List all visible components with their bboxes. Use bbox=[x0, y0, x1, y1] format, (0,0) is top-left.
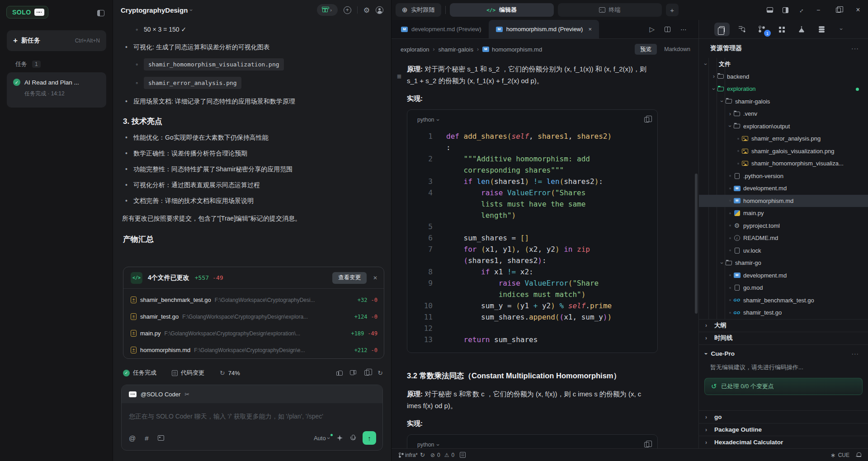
tree-item-backend[interactable]: › backend bbox=[699, 71, 868, 83]
notifications-bell-icon[interactable] bbox=[856, 452, 861, 458]
cue-status[interactable]: ∗CUE bbox=[830, 452, 849, 459]
microphone-icon[interactable] bbox=[350, 435, 355, 441]
code-language-selector[interactable]: python› bbox=[417, 442, 439, 448]
artifact-chip[interactable]: shamir_homomorphism_visualization.png bbox=[144, 58, 284, 71]
cuepro-progress-banner[interactable]: ↺ 已处理 0/0 个变更点 bbox=[704, 378, 863, 395]
changed-file-row[interactable]: ± shamir_test.go F:\GolangWorkspace\Cryp… bbox=[131, 308, 377, 325]
tree-item-homomorphism.md[interactable]: M homomorphism.md bbox=[699, 195, 868, 207]
artifact-chip[interactable]: shamir_error_analysis.png bbox=[144, 77, 241, 89]
chevron-down-icon[interactable]: › bbox=[188, 9, 195, 11]
tree-item-shamir-go[interactable]: › shamir-go bbox=[699, 257, 868, 269]
more-actions-icon[interactable]: ⋯ bbox=[680, 26, 687, 33]
tree-item-go.mod[interactable]: go.mod bbox=[699, 282, 868, 294]
tree-item-shamir-error-analysis.png[interactable]: shamir_error_analysis.png bbox=[699, 132, 868, 145]
run-preview-icon[interactable]: ▷ bbox=[649, 25, 655, 33]
tree-item-.venv[interactable]: › .venv bbox=[699, 108, 868, 120]
problems-status[interactable]: ⊘0⚠0 bbox=[430, 452, 454, 458]
source-control-icon[interactable]: 1 bbox=[754, 23, 769, 36]
section-go[interactable]: ›go bbox=[699, 410, 868, 423]
tree-item-README.md[interactable]: i README.md bbox=[699, 232, 868, 245]
section-package-outline[interactable]: ›Package Outline bbox=[699, 423, 868, 436]
hashtag-icon[interactable]: # bbox=[145, 434, 148, 442]
mention-icon[interactable]: @ bbox=[129, 434, 136, 442]
code-language-selector[interactable]: python› bbox=[417, 117, 439, 123]
explorer-more-icon[interactable]: ··· bbox=[851, 45, 859, 52]
tree-item-main.py[interactable]: main.py bbox=[699, 207, 868, 220]
explorer-view-icon[interactable] bbox=[714, 23, 730, 36]
solo-logo[interactable]: SOLO bbox=[6, 6, 48, 19]
minimize-button[interactable]: − bbox=[808, 0, 828, 20]
git-branch-status[interactable]: infra*↻ bbox=[399, 452, 425, 458]
new-task-button[interactable]: + 新任务 Ctrl+Alt+N bbox=[7, 30, 106, 51]
tree-item-development.md[interactable]: M development.md bbox=[699, 182, 868, 195]
tab-editor[interactable]: </>编辑器 bbox=[450, 3, 554, 17]
tree-item---[interactable]: › 文件 bbox=[699, 58, 868, 71]
close-tab-icon[interactable]: × bbox=[588, 26, 592, 33]
tree-item-shamir-homomorphism-visualiza...[interactable]: shamir_homomorphism_visualiza... bbox=[699, 157, 868, 170]
collapse-card-icon[interactable]: ✕ bbox=[373, 275, 377, 281]
cuepro-more-icon[interactable]: ··· bbox=[852, 350, 859, 357]
model-selector[interactable]: Auto› bbox=[314, 435, 330, 442]
section-timeline[interactable]: ›时间线 bbox=[699, 332, 868, 344]
changed-file-row[interactable]: ± shamir_benchmark_test.go F:\GolangWork… bbox=[131, 292, 377, 308]
section-outline[interactable]: ›大纲 bbox=[699, 319, 868, 332]
tab-homomorphism-md[interactable]: Mhomomorphism.md (Preview)× bbox=[489, 20, 599, 38]
split-editor-icon[interactable] bbox=[665, 27, 670, 32]
breadcrumb-item[interactable]: exploration bbox=[401, 46, 429, 53]
panel-status-icon[interactable] bbox=[460, 452, 466, 458]
tree-item-uv.lock[interactable]: uv.lock bbox=[699, 245, 868, 257]
outline-menu-icon[interactable]: ≡ bbox=[397, 72, 401, 81]
tree-item-shamir-galois[interactable]: › shamir-galois bbox=[699, 95, 868, 108]
regenerate-icon[interactable]: ↻ bbox=[377, 369, 383, 376]
close-button[interactable]: × bbox=[848, 0, 868, 20]
copy-message-icon[interactable] bbox=[364, 370, 369, 376]
more-views-chevron-icon[interactable]: › bbox=[834, 23, 849, 36]
view-changes-button[interactable]: 查看变更 bbox=[332, 272, 367, 284]
thumbs-up-icon[interactable] bbox=[336, 370, 342, 376]
testing-flask-icon[interactable] bbox=[794, 23, 809, 36]
markdown-toggle[interactable]: Markdown bbox=[664, 46, 690, 52]
live-follow-button[interactable]: ⊕实时跟随 bbox=[396, 3, 441, 17]
tree-item-exploration[interactable]: › exploration bbox=[699, 83, 868, 95]
rewards-button[interactable]: › bbox=[317, 4, 338, 16]
cuepro-header[interactable]: ›Cue-Pro··· bbox=[699, 348, 868, 360]
thumbs-down-icon[interactable] bbox=[350, 370, 356, 376]
tree-item-pyproject.toml[interactable]: ⚙ pyproject.toml bbox=[699, 220, 868, 232]
tree-item-shamir-test.go[interactable]: GO shamir_test.go bbox=[699, 306, 868, 319]
add-tab-button[interactable]: + bbox=[666, 4, 679, 16]
collapse-sidebar-icon[interactable] bbox=[97, 10, 104, 16]
agent-strip[interactable]: @SOLO Coder ✂ bbox=[122, 385, 382, 403]
tree-item-shamir-benchmark-test.go[interactable]: GO shamir_benchmark_test.go bbox=[699, 294, 868, 307]
attach-image-icon[interactable] bbox=[158, 435, 164, 441]
extensions-icon[interactable] bbox=[774, 23, 789, 36]
changed-file-row[interactable]: ± homomorphism.md F:\GolangWorkspace\Cry… bbox=[131, 342, 377, 358]
tree-item-.python-version[interactable]: .python-version bbox=[699, 170, 868, 183]
task-card[interactable]: ✓ AI Read and Plan ... 任务完成 · 14:12 bbox=[7, 72, 106, 108]
copy-code-icon[interactable] bbox=[644, 442, 649, 447]
tree-item-development.md[interactable]: M development.md bbox=[699, 269, 868, 282]
collapse-window-icon[interactable]: ↔ bbox=[793, 0, 808, 20]
database-icon[interactable] bbox=[814, 23, 829, 36]
tab-terminal[interactable]: ›_终端 bbox=[558, 3, 662, 17]
chat-input[interactable]: 您正在与 SOLO Coder 聊天，输入 '/' 获取更多能力，如 '/pla… bbox=[122, 403, 382, 421]
settings-gear-icon[interactable]: ⚙ bbox=[363, 6, 370, 14]
editor-scrollbar[interactable] bbox=[695, 174, 698, 314]
feedback-icon[interactable]: + bbox=[344, 6, 351, 14]
section-hex-calculator[interactable]: ›Hexadecimal Calculator bbox=[699, 436, 868, 448]
breadcrumb-item[interactable]: Mhomomorphism.md bbox=[482, 46, 542, 53]
code-changes-button[interactable]: 代码变更 bbox=[172, 369, 204, 377]
tree-item-exploration-output[interactable]: › exploration\output bbox=[699, 120, 868, 133]
tab-development-md[interactable]: Mdevelopment.md (Preview) bbox=[394, 20, 489, 38]
enhance-prompt-icon[interactable] bbox=[337, 435, 343, 441]
account-avatar-icon[interactable] bbox=[376, 6, 383, 14]
toggle-panel-icon[interactable] bbox=[762, 0, 778, 20]
breadcrumb-item[interactable]: shamir-galois bbox=[439, 46, 473, 53]
preview-toggle-active[interactable]: 预览 bbox=[635, 44, 657, 55]
project-title[interactable]: CryptographyDesign bbox=[121, 6, 188, 14]
send-button[interactable]: ↑ bbox=[363, 431, 376, 445]
tree-item-shamir-galois-visualization.png[interactable]: shamir_galois_visualization.png bbox=[699, 145, 868, 158]
changed-file-row[interactable]: ± main.py F:\GolangWorkspace\Cryptograph… bbox=[131, 325, 377, 342]
toggle-secondary-sidebar-icon[interactable] bbox=[778, 0, 793, 20]
search-icon[interactable] bbox=[734, 23, 750, 36]
copy-code-icon[interactable] bbox=[644, 117, 649, 122]
